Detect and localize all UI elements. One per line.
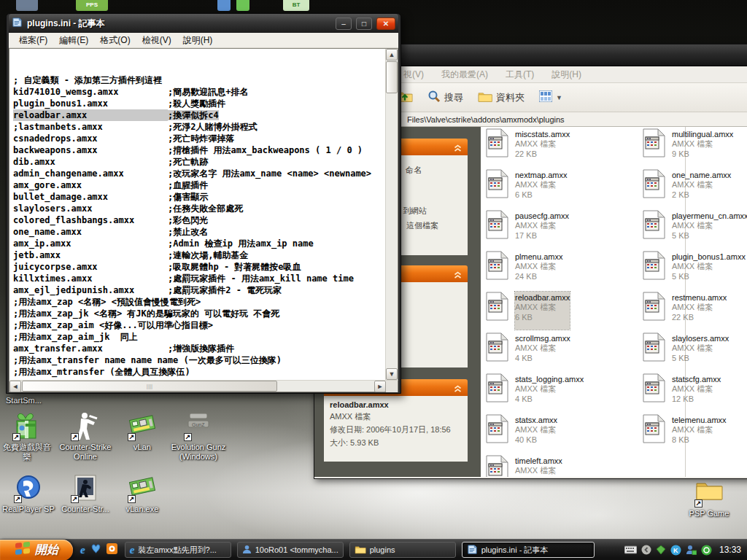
notepad-menu-item[interactable]: 檔案(F): [13, 33, 53, 48]
desktop-icon-startsm-[interactable]: StartSm...: [6, 396, 79, 405]
explorer-menu-item[interactable]: 我的最愛(A): [441, 69, 488, 81]
pps-icon[interactable]: PPS: [76, 0, 108, 11]
notepad-text-line: ;用法amx_zap <名稱> <預設值會慢慢電到死>: [13, 296, 385, 308]
minimize-button[interactable]: –: [336, 18, 352, 30]
plugin-comment: ;增強版換隊插件: [168, 343, 234, 354]
file-tile-restmenu.amxx[interactable]: restmenu.amxxAMXX 檔案22 KB: [641, 292, 747, 330]
file-tile-telemenu.amxx[interactable]: telemenu.amxxAMXX 檔案8 KB: [641, 414, 747, 452]
file-size: 9 KB: [515, 476, 562, 477]
plugin-comment: ;死亡時炸彈掉落: [168, 133, 234, 144]
task-label: plugins: [370, 545, 395, 554]
desktop-icon-evolution-gunz-windows-[interactable]: GunZ↗Evolution Gunz (Windows): [166, 412, 231, 462]
scroll-right-arrow[interactable]: ►: [374, 381, 386, 392]
plugin-filename: amx_ejl_jedipunish.amxx: [13, 284, 168, 296]
desktop-icon-counter-strike-online[interactable]: ↗Counter-Strike Online: [55, 412, 116, 462]
shortcut-arrow-icon: ↗: [12, 433, 20, 441]
search-button[interactable]: 搜尋: [424, 88, 467, 107]
file-tile-reloadbar.amxx[interactable]: reloadbar.amxxAMXX 檔案6 KB: [484, 292, 608, 330]
file-tile-timeleft.amxx[interactable]: timeleft.amxxAMXX 檔案9 KB: [484, 455, 608, 477]
notepad-menu-item[interactable]: 說明(H): [177, 33, 219, 48]
desktop-icon-psp-game[interactable]: ↗PSP Game: [678, 478, 740, 518]
notepad-text-line: ;lastmanbets.amxx;死淨2人賭博外掛程式: [13, 121, 385, 133]
task-link-fragment[interactable]: 這個檔案: [406, 220, 438, 231]
desktop-icon-免費遊戲與音樂[interactable]: ↗免費遊戲與音樂: [0, 412, 54, 462]
keyboard-icon[interactable]: [624, 545, 637, 554]
scroll-left-arrow[interactable]: ◄: [9, 381, 21, 392]
notepad-text-area[interactable]: ; 自定義類 - 添加第三方插件到這裡kid741010_wemsg.amxx;…: [9, 49, 385, 380]
maximize-button[interactable]: □: [356, 18, 372, 30]
close-button[interactable]: ✕: [376, 18, 395, 30]
taskbar-task-2[interactable]: 10oRo01 <tommycha...: [237, 542, 344, 558]
plugin-comment: ;處罰玩家插件2 - 電死玩家: [168, 285, 282, 295]
notepad-menu-item[interactable]: 檢視(V): [136, 33, 177, 48]
bt-icon[interactable]: BT: [283, 0, 309, 11]
desktop-icon-vlan-exe[interactable]: ↗vLan.exe: [112, 474, 173, 514]
file-type: AMXX 檔案: [672, 343, 729, 354]
taskbar-task-4[interactable]: plugins.ini - 記事本: [462, 542, 595, 558]
kkbox-icon[interactable]: K: [670, 545, 681, 556]
search-button-label: 搜尋: [444, 91, 463, 104]
horizontal-scroll-thumb[interactable]: ||||: [22, 381, 277, 392]
start-button[interactable]: 開始: [0, 540, 73, 560]
task-link-fragment[interactable]: 到網站: [403, 206, 427, 217]
folders-button[interactable]: 資料夾: [474, 88, 528, 107]
file-name: telemenu.amxx: [672, 416, 727, 424]
app-icon-3[interactable]: [236, 0, 249, 11]
explorer-menu-item[interactable]: 工具(T): [506, 69, 534, 81]
desktop-icon-label: RealPlayer SP: [0, 505, 59, 514]
amxx-file-icon: [641, 128, 666, 166]
file-tile-miscstats.amxx[interactable]: miscstats.amxxAMXX 檔案22 KB: [484, 128, 608, 166]
pps-quick-icon[interactable]: [107, 543, 117, 557]
file-name: multilingual.amxx: [672, 130, 733, 139]
file-name: reloadbar.amxx: [515, 293, 570, 302]
desktop-icon-counter-str-[interactable]: ↗Counter-Str...: [55, 474, 116, 514]
file-tile-nextmap.amxx[interactable]: nextmap.amxxAMXX 檔案6 KB: [484, 169, 608, 207]
app-icon-1[interactable]: [16, 0, 38, 11]
views-button[interactable]: ▼: [535, 88, 566, 106]
messenger-icon[interactable]: [90, 543, 101, 557]
user-status-icon[interactable]: [686, 545, 697, 555]
explorer-menu-item[interactable]: 視(V): [403, 69, 424, 81]
vertical-scrollbar[interactable]: ▲ ▼: [385, 49, 398, 380]
notepad-text-line: dib.amxx;死亡軌跡: [13, 156, 385, 168]
vertical-scroll-thumb[interactable]: [386, 61, 398, 93]
taskbar-task-1[interactable]: e裝左amxx點先用到?...: [125, 542, 231, 558]
file-tile-stats_logging.amxx[interactable]: stats_logging.amxxAMXX 檔案4 KB: [484, 373, 608, 411]
taskbar-task-3[interactable]: plugins: [349, 542, 456, 558]
audio-app-icon[interactable]: [701, 545, 712, 556]
plugin-comment: ;簡易歡迎訊息+排名: [168, 87, 248, 97]
file-tile-pausecfg.amxx[interactable]: pausecfg.amxxAMXX 檔案17 KB: [484, 210, 608, 248]
file-name: timeleft.amxx: [515, 456, 562, 465]
horizontal-scrollbar[interactable]: ◄ |||| ►: [9, 380, 398, 392]
cs-silhouette-icon: ↗: [70, 412, 101, 441]
amxx-file-icon: [484, 169, 509, 207]
file-tile-plmenu.amxx[interactable]: plmenu.amxxAMXX 檔案24 KB: [484, 251, 608, 289]
desktop-icon-realplayer-sp[interactable]: ↗RealPlayer SP: [0, 474, 59, 514]
notepad-menu-item[interactable]: 格式(O): [94, 33, 136, 48]
file-tile-scrollmsg.amxx[interactable]: scrollmsg.amxxAMXX 檔案4 KB: [484, 332, 608, 370]
green-app-icon[interactable]: [656, 545, 666, 555]
notepad-text-line: colored_flashbangs.amxx;彩色閃光: [13, 214, 385, 226]
file-tile-statsx.amxx[interactable]: statsx.amxxAMXX 檔案40 KB: [484, 414, 608, 452]
file-tile-one_name.amxx[interactable]: one_name.amxxAMXX 檔案2 KB: [641, 169, 747, 207]
ie-icon[interactable]: e: [80, 543, 85, 556]
file-tile-multilingual.amxx[interactable]: multilingual.amxxAMXX 檔案9 KB: [641, 128, 747, 166]
task-label: 10oRo01 <tommycha...: [255, 545, 338, 554]
notepad-menu-item[interactable]: 編輯(E): [53, 33, 94, 48]
plugin-filename: juicycorpse.amxx: [13, 261, 168, 273]
shortcut-arrow-icon: ↗: [128, 495, 136, 503]
scroll-up-arrow[interactable]: ▲: [386, 49, 398, 61]
app-icon-2[interactable]: [217, 0, 231, 11]
explorer-menu-item[interactable]: 說明(H): [551, 69, 581, 81]
notepad-title-bar[interactable]: plugins.ini - 記事本 – □ ✕: [9, 14, 398, 33]
file-tile-plugin_bonus1.amxx[interactable]: plugin_bonus1.amxxAMXX 檔案5 KB: [641, 251, 747, 289]
notepad-text-line: jetb.amxx;連輸次場,輔助基金: [13, 249, 385, 261]
desktop-icon-vlan[interactable]: ↗vLan: [112, 412, 173, 452]
amxx-file-icon: [484, 210, 509, 248]
collapse-chevron-icon[interactable]: [641, 545, 651, 555]
file-tile-playermenu_cn.amxx[interactable]: playermenu_cn.amxxAMXX 檔案5 KB: [641, 210, 747, 248]
task-link-fragment[interactable]: 命名: [406, 165, 422, 176]
scroll-down-arrow[interactable]: ▼: [386, 368, 398, 380]
file-tile-slaylosers.amxx[interactable]: slaylosers.amxxAMXX 檔案5 KB: [641, 332, 747, 370]
file-tile-statscfg.amxx[interactable]: statscfg.amxxAMXX 檔案12 KB: [641, 373, 747, 411]
